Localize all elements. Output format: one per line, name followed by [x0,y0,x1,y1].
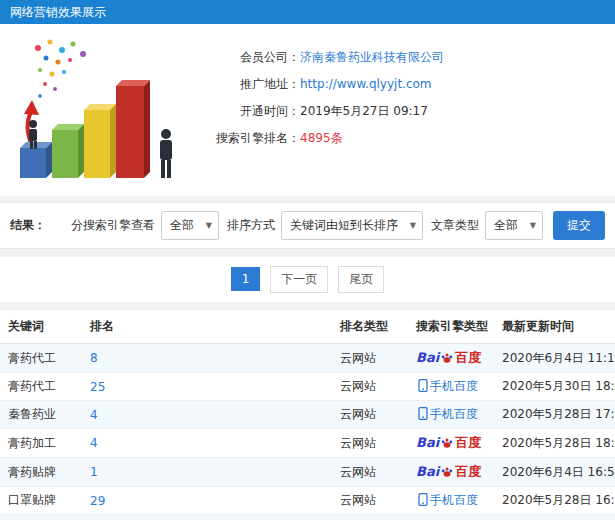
engine-filter-select[interactable]: 全部 ▼ [161,211,219,240]
rank-cell: 1 [82,458,332,487]
engine-cell: Bai百度 [408,344,494,373]
company-name-link[interactable]: 济南秦鲁药业科技有限公司 [300,44,444,71]
table-row: 秦鲁药业4云网站手机百度2020年5月28日 17:02 [0,401,615,429]
rank-cell: 29 [82,487,332,515]
baidu-logo-text: Bai [416,350,439,365]
mobile-baidu-icon [418,493,428,506]
promo-url-link[interactable]: http://www.qlyyjt.com [300,71,432,98]
rank-link[interactable]: 29 [90,494,105,508]
info-row-company: 会员公司： 济南秦鲁药业科技有限公司 [188,44,444,71]
company-summary-panel: 会员公司： 济南秦鲁药业科技有限公司 推广地址： http://www.qlyy… [0,24,615,196]
results-table-body: 膏药代工8云网站Bai百度2020年6月4日 11:15膏药代工25云网站手机百… [0,344,615,520]
table-row: 口罩贴牌29云网站手机百度2020年5月28日 16:55 [0,487,615,515]
header-update-time: 最新更新时间 [494,310,615,344]
last-page-button[interactable]: 尾页 [338,266,384,293]
rank-type-cell: 云网站 [332,515,408,520]
update-time-cell: 2020年6月20日 09:25 [494,515,615,520]
rank-type-cell: 云网站 [332,429,408,458]
article-type-select[interactable]: 全部 ▼ [485,211,543,240]
chevron-down-icon: ▼ [530,221,536,230]
baidu-logo: Bai百度 [416,351,481,365]
mobile-baidu-label: 手机百度 [416,407,478,421]
mobile-baidu-icon [418,407,428,420]
header-engine-type: 搜索引擎类型 [408,310,494,344]
confetti-dots [35,40,86,98]
header-rank: 排名 [82,310,332,344]
baidu-logo-cn: 百度 [455,464,481,479]
rank-link[interactable]: 4 [90,436,98,450]
mobile-baidu-text: 手机百度 [430,493,478,507]
update-time-cell: 2020年6月4日 16:55 [494,458,615,487]
promo-url-label: 推广地址： [188,71,300,98]
rank-type-cell: 云网站 [332,401,408,429]
rank-link[interactable]: 4 [90,408,98,422]
rank-type-cell: 云网站 [332,344,408,373]
rank-type-cell: 云网站 [332,458,408,487]
update-time-cell: 2020年6月4日 11:15 [494,344,615,373]
chevron-down-icon: ▼ [410,221,416,230]
engine-cell: 手机百度 [408,487,494,515]
header-rank-type: 排名类型 [332,310,408,344]
marketing-chart-illustration [10,34,188,184]
info-row-rank-count: 搜索引擎排名： 4895条 [188,125,444,152]
company-label: 会员公司： [188,44,300,71]
engine-cell: Bai百度 [408,458,494,487]
rank-cell: 8 [82,344,332,373]
update-time-cell: 2020年5月30日 18:06 [494,373,615,401]
rank-link[interactable]: 1 [90,465,98,479]
submit-button[interactable]: 提交 [553,211,605,240]
page-number-current[interactable]: 1 [231,267,261,291]
rank-link[interactable]: 25 [90,380,105,394]
result-label: 结果： [10,217,46,234]
baidu-paw-icon [441,352,453,364]
rank-count-value: 4895条 [300,125,343,152]
header-keyword: 关键词 [0,310,82,344]
results-table: 关键词 排名 排名类型 搜索引擎类型 最新更新时间 膏药代工8云网站Bai百度2… [0,310,615,520]
engine-cell: 手机百度 [408,515,494,520]
baidu-paw-icon [441,437,453,449]
rank-link[interactable]: 8 [90,351,98,365]
table-header-row: 关键词 排名 排名类型 搜索引擎类型 最新更新时间 [0,310,615,344]
mobile-baidu-text: 手机百度 [430,379,478,393]
company-info: 会员公司： 济南秦鲁药业科技有限公司 推广地址： http://www.qlyy… [188,34,444,184]
open-time-value: 2019年5月27日 09:17 [300,98,428,125]
filter-bar: 结果： 分搜索引擎查看 全部 ▼ 排序方式 关键词由短到长排序 ▼ 文章类型 全… [0,202,615,249]
baidu-logo: Bai百度 [416,436,481,450]
baidu-logo-cn: 百度 [455,350,481,365]
keyword-cell: 膏药贴牌 [0,458,82,487]
baidu-logo-text: Bai [416,464,439,479]
mobile-baidu-label: 手机百度 [416,493,478,507]
baidu-logo-cn: 百度 [455,435,481,450]
table-row: 膏药加工4云网站Bai百度2020年5月28日 18:03 [0,429,615,458]
keyword-cell: 口罩贴牌 [0,487,82,515]
next-page-button[interactable]: 下一页 [270,266,328,293]
baidu-paw-icon [441,466,453,478]
keyword-cell: 膏药代工 [0,373,82,401]
rank-type-cell: 云网站 [332,373,408,401]
open-time-label: 开通时间： [188,98,300,125]
table-row: 膏药贴牌1云网站Bai百度2020年6月4日 16:55 [0,458,615,487]
mobile-baidu-icon [418,379,428,392]
sort-filter-select[interactable]: 关键词由短到长排序 ▼ [281,211,423,240]
sort-filter-label: 排序方式 [227,217,275,234]
bar-chart-graphic [10,34,188,184]
sort-filter-value: 关键词由短到长排序 [290,218,398,232]
page-title: 网络营销效果展示 [0,0,615,24]
baidu-logo: Bai百度 [416,465,481,479]
info-row-open-time: 开通时间： 2019年5月27日 09:17 [188,98,444,125]
rank-cell: 4 [82,429,332,458]
thinking-man-figure [160,129,172,178]
info-row-url: 推广地址： http://www.qlyyjt.com [188,71,444,98]
update-time-cell: 2020年5月28日 18:03 [494,429,615,458]
results-table-wrap: 关键词 排名 排名类型 搜索引擎类型 最新更新时间 膏药代工8云网站Bai百度2… [0,310,615,520]
rank-cell: 17,25 [82,515,332,520]
table-row: 膏药代工25云网站手机百度2020年5月30日 18:06 [0,373,615,401]
update-time-cell: 2020年5月28日 17:02 [494,401,615,429]
pagination: 1 下一页 尾页 [0,257,615,302]
engine-filter-value: 全部 [170,218,194,232]
chevron-down-icon: ▼ [206,221,212,230]
keyword-cell: 金华防护服 [0,515,82,520]
mobile-baidu-text: 手机百度 [430,407,478,421]
keyword-cell: 膏药代工 [0,344,82,373]
engine-cell: 手机百度 [408,401,494,429]
